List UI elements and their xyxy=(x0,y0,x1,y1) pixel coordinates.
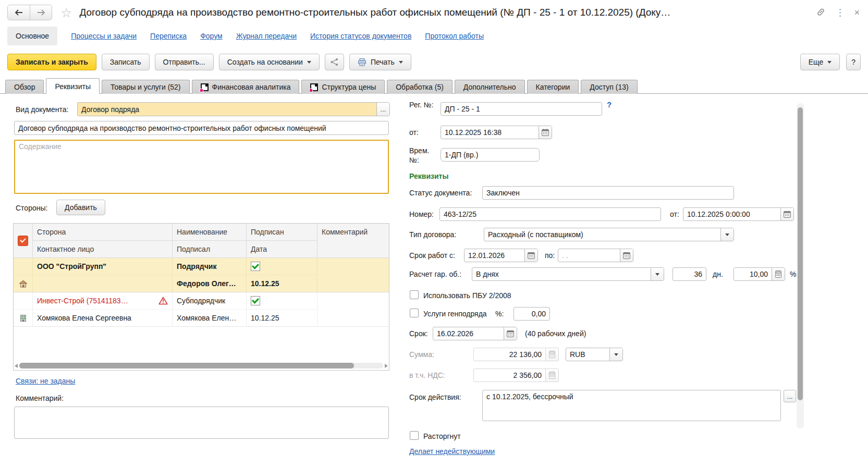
calendar-button[interactable] xyxy=(780,208,793,220)
save-and-close-button[interactable]: Записать и закрыть xyxy=(7,54,96,70)
party-cell[interactable]: ООО "СтройГрупп" xyxy=(33,258,173,275)
help-icon[interactable]: ? xyxy=(607,100,612,109)
horizontal-scrollbar[interactable] xyxy=(15,362,388,369)
comment-textarea[interactable] xyxy=(14,407,389,439)
gen-contract-checkbox[interactable] xyxy=(410,309,419,317)
nav-transfer-log[interactable]: Журнал передачи xyxy=(236,32,297,40)
calendar-button[interactable] xyxy=(504,327,517,340)
scroll-left-icon[interactable] xyxy=(15,364,18,368)
nav-correspondence[interactable]: Переписка xyxy=(150,32,187,40)
dropdown-button[interactable] xyxy=(720,228,733,241)
work-from-field[interactable]: 12.01.2026 xyxy=(464,249,538,262)
row-icon-cell[interactable] xyxy=(14,292,33,310)
relations-link[interactable]: Связи: не заданы xyxy=(16,377,75,385)
doc-kind-field[interactable]: Договор подряда ... xyxy=(77,102,390,116)
work-to-field[interactable]: . . xyxy=(558,249,633,262)
kebab-menu-icon[interactable]: ⋮ xyxy=(835,8,845,17)
reg-date-field[interactable]: 10.12.2025 16:38 xyxy=(441,126,552,139)
role-cell[interactable]: Подрядчик xyxy=(173,258,247,275)
tab-processing[interactable]: Обработка (5) xyxy=(387,80,453,94)
col-header-signer[interactable]: Подписал xyxy=(173,241,247,258)
role-cell[interactable]: Субподрядчик xyxy=(173,292,247,310)
close-icon[interactable]: × xyxy=(854,8,860,17)
col-header-party[interactable]: Сторона xyxy=(33,224,173,241)
number-field[interactable]: 463-12/25 xyxy=(439,207,661,221)
calendar-button[interactable] xyxy=(620,249,633,262)
dropdown-button[interactable] xyxy=(609,348,622,361)
save-button[interactable]: Записать xyxy=(102,54,150,70)
row-icon-cell[interactable] xyxy=(14,310,33,327)
signer-cell[interactable]: Федоров Олег… xyxy=(173,275,247,292)
scrollbar-thumb[interactable] xyxy=(19,363,354,368)
warranty-days-field[interactable]: 36 xyxy=(673,267,706,281)
favorite-star-icon[interactable]: ☆ xyxy=(60,6,72,19)
nav-work-protocol[interactable]: Протокол работы xyxy=(425,32,484,40)
nav-processes[interactable]: Процессы и задачи xyxy=(71,32,137,40)
calendar-button[interactable] xyxy=(539,126,552,139)
party-cell[interactable]: Инвест-Строй (75141183… xyxy=(33,292,173,310)
contact-cell[interactable] xyxy=(33,275,173,292)
dropdown-button[interactable] xyxy=(651,268,664,280)
comment-cell[interactable] xyxy=(317,258,389,292)
validity-more-button[interactable]: ... xyxy=(784,390,796,402)
signed-cell[interactable] xyxy=(247,292,317,310)
signer-cell[interactable]: Хомякова Елен… xyxy=(173,310,247,327)
status-field[interactable]: Заключен xyxy=(482,186,734,200)
gen-percent-field[interactable]: 0,00 xyxy=(514,307,550,321)
share-button[interactable] xyxy=(325,54,344,70)
row-icon-cell[interactable] xyxy=(14,275,33,292)
col-header-date[interactable]: Дата xyxy=(247,241,317,258)
tab-categories[interactable]: Категории xyxy=(527,80,579,94)
signed-cell[interactable] xyxy=(247,258,317,275)
more-button[interactable]: Еще xyxy=(800,54,840,70)
tab-access[interactable]: Доступ (13) xyxy=(581,80,637,94)
scrollbar-track[interactable] xyxy=(19,363,383,368)
validity-field[interactable]: с 10.12.2025, бессрочный xyxy=(482,390,781,421)
add-party-button[interactable]: Добавить xyxy=(56,200,105,215)
tab-additional[interactable]: Дополнительно xyxy=(455,80,525,94)
tab-requisites[interactable]: Реквизиты xyxy=(46,78,100,94)
document-name-input[interactable] xyxy=(14,121,389,135)
warranty-mode-select[interactable]: В днях xyxy=(472,267,664,281)
doc-kind-more-button[interactable]: ... xyxy=(376,103,389,116)
tab-goods-services[interactable]: Товары и услуги (52) xyxy=(102,80,189,94)
link-icon[interactable] xyxy=(816,7,826,18)
contact-cell[interactable]: Хомякова Елена Сергеевна xyxy=(33,310,173,327)
calculator-button[interactable] xyxy=(772,268,785,280)
reg-number-field[interactable]: ДП - 25 - 1 xyxy=(441,102,602,116)
create-based-on-button[interactable]: Создать на основании xyxy=(219,54,320,70)
print-button[interactable]: Печать xyxy=(349,54,411,70)
nav-status-history[interactable]: История статусов документов xyxy=(310,32,411,40)
nav-main[interactable]: Основное xyxy=(7,27,57,45)
vertical-scrollbar[interactable] xyxy=(797,103,804,428)
invalidates-link[interactable]: Делает недействующими xyxy=(409,447,495,456)
forward-button[interactable] xyxy=(30,5,52,20)
warranty-percent-field[interactable]: 10,00 xyxy=(733,267,785,281)
comment-cell[interactable] xyxy=(317,292,389,327)
term-field[interactable]: 16.02.2026 xyxy=(433,327,517,340)
send-button[interactable]: Отправить... xyxy=(155,54,214,70)
help-button[interactable]: ? xyxy=(846,54,861,70)
row-icon-cell[interactable] xyxy=(14,258,33,275)
number-date-field[interactable]: 10.12.2025 0:00:00 xyxy=(683,207,794,221)
col-header-contact[interactable]: Контактное лицо xyxy=(33,241,173,258)
col-header-signed[interactable]: Подписан xyxy=(247,224,317,241)
currency-select[interactable]: RUB xyxy=(566,348,623,361)
select-all-header-cell[interactable] xyxy=(14,224,33,258)
col-header-name[interactable]: Наименование xyxy=(173,224,247,241)
scrollbar-thumb[interactable] xyxy=(798,107,803,400)
scroll-right-icon[interactable] xyxy=(385,364,388,368)
tab-price-structure[interactable]: Структура цены xyxy=(301,80,385,94)
pbu-checkbox[interactable] xyxy=(410,290,419,299)
date-cell[interactable]: 10.12.25 xyxy=(247,275,317,292)
temp-number-field[interactable]: 1-ДП (вр.) xyxy=(441,148,540,162)
date-cell[interactable]: 10.12.25 xyxy=(247,310,317,327)
tab-overview[interactable]: Обзор xyxy=(5,80,44,94)
terminated-checkbox[interactable] xyxy=(410,431,419,440)
select-all-checkbox-icon[interactable] xyxy=(18,236,28,246)
col-header-comment[interactable]: Комментарий xyxy=(317,224,389,258)
back-button[interactable] xyxy=(8,5,30,20)
content-textarea[interactable] xyxy=(14,140,389,194)
tab-financial-analytics[interactable]: Финансовая аналитика xyxy=(192,80,300,94)
calendar-button[interactable] xyxy=(524,249,537,262)
